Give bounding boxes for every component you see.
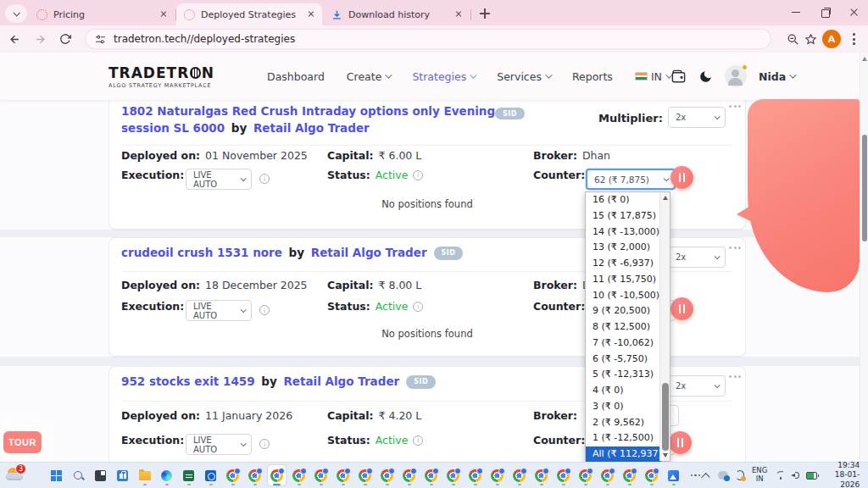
onedrive-icon[interactable]: [718, 471, 729, 480]
taskbar-chrome-icon[interactable]: [576, 465, 594, 485]
nav-item-services[interactable]: Services: [497, 70, 550, 83]
zoom-out-icon[interactable]: [787, 33, 799, 46]
taskbar-chrome-icon[interactable]: [290, 465, 308, 485]
chat-widget-bubble[interactable]: [748, 99, 860, 292]
taskbar-chrome-icon[interactable]: [554, 465, 572, 485]
execution-select[interactable]: LIVE AUTO: [186, 300, 252, 321]
bookmark-star-icon[interactable]: [804, 33, 817, 46]
nav-item-in[interactable]: IN: [635, 70, 670, 83]
address-bar[interactable]: tradetron.tech//deployed-strategies: [85, 29, 771, 49]
taskbar-windows-icon[interactable]: [47, 465, 65, 485]
strategy-author-link[interactable]: Retail Algo Trader: [311, 246, 427, 259]
taskbar-outlook-icon[interactable]: [202, 465, 220, 485]
pause-strategy-button[interactable]: [670, 297, 693, 320]
user-avatar[interactable]: [725, 65, 747, 87]
taskbar-chrome-icon[interactable]: [334, 465, 352, 485]
strategy-title-link[interactable]: crudeoil crush 1531 nore: [121, 246, 282, 259]
counter-dropdown-option[interactable]: 8 (₹ 12,500): [586, 319, 661, 336]
multiplier-select[interactable]: 2x: [668, 107, 726, 128]
counter-dropdown-option[interactable]: 13 (₹ 2,000): [586, 240, 661, 256]
tour-button[interactable]: TOUR: [3, 431, 42, 453]
browser-profile-avatar[interactable]: A: [822, 30, 841, 48]
counter-dropdown-option[interactable]: 11 (₹ 15,750): [586, 272, 661, 288]
language-indicator[interactable]: ENG IN: [752, 467, 767, 484]
close-window-button[interactable]: [839, 0, 868, 24]
counter-dropdown-option[interactable]: 1 (₹ -12,500): [586, 430, 661, 446]
nav-item-dashboard[interactable]: Dashboard: [267, 70, 325, 83]
scroll-down-arrow-icon[interactable]: [663, 453, 668, 458]
info-icon[interactable]: [259, 174, 270, 184]
multiplier-select[interactable]: 2x: [668, 375, 726, 396]
counter-dropdown-option[interactable]: 14 (₹ -13,000): [586, 225, 661, 241]
dropdown-scrollbar[interactable]: [659, 192, 670, 461]
counter-dropdown-option[interactable]: 6 (₹ -5,750): [586, 352, 661, 368]
counter-dropdown-option[interactable]: 12 (₹ -6,937): [586, 256, 661, 272]
taskbar-photos-icon[interactable]: [665, 465, 682, 485]
taskbar-excel-icon[interactable]: [180, 465, 198, 485]
browser-tab[interactable]: Download history: [324, 3, 470, 25]
nav-item-strategies[interactable]: Strategies: [412, 70, 475, 83]
card-options-button[interactable]: [726, 372, 744, 381]
page-scrollbar[interactable]: [860, 53, 868, 462]
taskbar-chrome-icon[interactable]: [466, 465, 484, 485]
counter-dropdown-option[interactable]: 15 (₹ 17,875): [586, 208, 661, 225]
taskbar-chrome-icon[interactable]: [620, 465, 638, 485]
tab-search-button[interactable]: [5, 4, 27, 23]
forward-button[interactable]: [29, 28, 51, 50]
taskbar-edge-icon[interactable]: [158, 465, 175, 485]
browser-menu-button[interactable]: [846, 30, 861, 48]
user-menu[interactable]: Nida: [759, 70, 794, 83]
scroll-up-arrow-icon[interactable]: [862, 57, 867, 61]
counter-dropdown-option[interactable]: 9 (₹ 20,500): [586, 303, 661, 319]
close-tab-icon[interactable]: [305, 8, 317, 20]
taskbar-chrome-icon[interactable]: [422, 465, 440, 485]
back-button[interactable]: [3, 28, 25, 50]
nav-item-create[interactable]: Create: [347, 70, 391, 83]
taskbar-chrome-icon[interactable]: [224, 465, 242, 485]
close-tab-icon[interactable]: [158, 8, 170, 20]
browser-tab[interactable]: Deployed Strategies: [176, 3, 322, 25]
scrollbar-thumb[interactable]: [862, 135, 867, 241]
scroll-up-arrow-icon[interactable]: [663, 196, 668, 200]
taskbar-chrome-icon[interactable]: [488, 465, 506, 485]
execution-select[interactable]: LIVE AUTO: [186, 434, 252, 455]
info-icon[interactable]: [413, 302, 423, 312]
counter-dropdown-option[interactable]: 16 (₹ 0): [586, 192, 661, 208]
info-icon[interactable]: [413, 170, 423, 180]
battery-icon[interactable]: [806, 472, 817, 480]
scrollbar-thumb[interactable]: [662, 383, 669, 451]
taskbar-chrome-icon[interactable]: [312, 465, 330, 485]
counter-dropdown-option[interactable]: 2 (₹ 9,562): [586, 415, 661, 431]
taskbar-chrome-icon[interactable]: [268, 465, 286, 485]
taskbar-search-icon[interactable]: [70, 465, 87, 485]
close-tab-icon[interactable]: [453, 8, 465, 20]
taskbar-chrome-icon[interactable]: [400, 465, 418, 485]
taskbar-chrome-icon[interactable]: [643, 465, 660, 485]
dark-mode-moon-icon[interactable]: [698, 69, 713, 84]
taskbar-chrome-icon[interactable]: [510, 465, 528, 485]
taskbar-chrome-icon[interactable]: [444, 465, 462, 485]
browser-tab[interactable]: Pricing: [29, 3, 175, 25]
wifi-icon[interactable]: [775, 471, 783, 480]
restore-button[interactable]: [810, 0, 839, 24]
new-tab-button[interactable]: [475, 3, 495, 24]
pause-strategy-button[interactable]: [669, 431, 692, 454]
card-options-button[interactable]: [726, 102, 744, 111]
info-icon[interactable]: [259, 439, 270, 449]
info-icon[interactable]: [413, 435, 423, 446]
taskbar-store-icon[interactable]: [114, 465, 131, 485]
taskbar-chrome-icon[interactable]: [356, 465, 374, 485]
taskbar-file-explorer-icon[interactable]: [136, 465, 153, 485]
minimize-button[interactable]: [782, 0, 810, 24]
counter-dropdown-option[interactable]: 3 (₹ 0): [586, 399, 661, 415]
volume-icon[interactable]: [791, 471, 798, 480]
sync-icon[interactable]: [736, 470, 744, 480]
counter-dropdown-option[interactable]: 4 (₹ 0): [586, 383, 661, 399]
counter-dropdown-option[interactable]: 10 (₹ -10,500): [586, 288, 661, 304]
strategy-author-link[interactable]: Retail Algo Trader: [283, 374, 399, 388]
strategy-title-link[interactable]: 952 stocks exit 1459: [121, 374, 255, 388]
counter-dropdown-option[interactable]: All (₹ 112,937): [586, 446, 661, 463]
taskbar-chrome-icon[interactable]: [246, 465, 264, 485]
taskbar-chrome-icon[interactable]: [598, 465, 616, 485]
counter-select[interactable]: 62 (₹ 7,875): [586, 169, 676, 190]
